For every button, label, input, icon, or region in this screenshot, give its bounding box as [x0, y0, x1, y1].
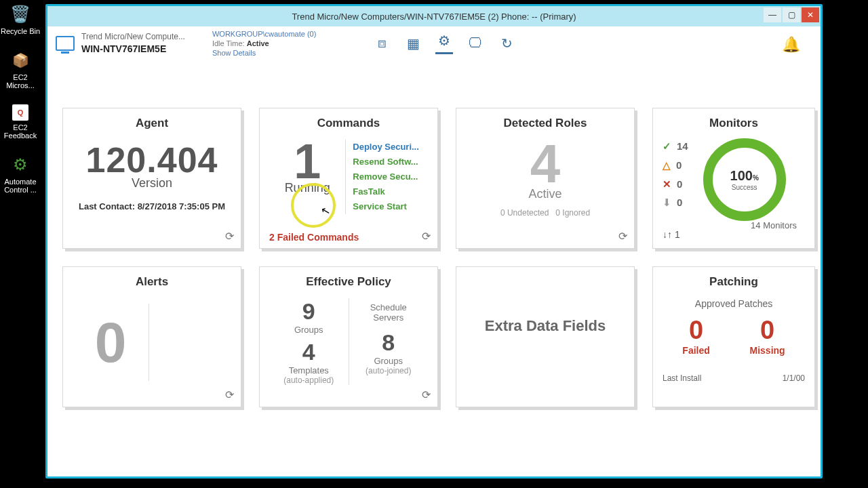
commands-running-count: 1 [269, 140, 345, 184]
card-effective-policy[interactable]: Effective Policy 9 Groups 4 Templates (a… [259, 266, 438, 407]
toolbar: ⧈ ▦ ⚙ 🖵 ↻ [373, 32, 515, 54]
minimize-button[interactable]: — [764, 7, 781, 22]
desktop-icon-ec2-micros[interactable]: 📦 EC2 Micros... [0, 50, 41, 89]
bell-icon[interactable]: 🔔 [782, 36, 800, 54]
last-install-label: Last Install [663, 373, 701, 383]
breadcrumb[interactable]: Trend Micro/New Compute... [81, 32, 185, 43]
show-details-link[interactable]: Show Details [212, 49, 256, 57]
refresh-icon[interactable]: ⟳ [225, 388, 234, 401]
extra-data-label: Extra Data Fields [466, 275, 625, 377]
qr-icon[interactable]: ⧈ [373, 35, 391, 52]
monitors-donut: 100% Success [703, 138, 786, 221]
desktop-icon-recycle[interactable]: 🗑️ Recycle Bin [0, 4, 41, 35]
app-window: Trend Micro/New Computers/WIN-NTV767IEM5… [45, 4, 823, 479]
close-button[interactable]: ✕ [802, 7, 819, 22]
last-install-value: 1/1/00 [783, 373, 805, 383]
gear-icon: ⚙ [10, 155, 31, 175]
command-item[interactable]: Resend Softw... [353, 155, 428, 169]
card-alerts[interactable]: Alerts 0 ⟳ [62, 266, 241, 407]
refresh-icon[interactable]: ⟳ [618, 230, 627, 243]
monitors-footer: 14 Monitors [751, 220, 797, 230]
card-title: Patching [663, 275, 805, 289]
card-title: Effective Policy [269, 275, 428, 289]
card-commands[interactable]: Commands 1 Running ↖ Deploy Securi... Re… [259, 108, 438, 249]
roles-count: 4 [466, 140, 625, 188]
commands-list: Deploy Securi... Resend Softw... Remove … [345, 140, 428, 214]
refresh-icon[interactable]: ⟳ [422, 388, 431, 401]
computer-icon [56, 36, 75, 51]
patching-missing-count: 0 [750, 316, 785, 345]
agent-last-contact: Last Contact: 8/27/2018 7:35:05 PM [73, 201, 231, 211]
sort-icon[interactable]: ↓↑ 1 [663, 229, 680, 240]
commands-failed[interactable]: 2 Failed Commands [269, 232, 359, 243]
command-item[interactable]: Service Start [353, 199, 428, 214]
agent-version: 120.404 [73, 140, 231, 180]
monitor-icon[interactable]: 🖵 [467, 35, 484, 52]
settings-gear-icon[interactable]: ⚙ [435, 32, 453, 54]
highlight-ring [291, 183, 336, 228]
command-item[interactable]: Deploy Securi... [353, 140, 428, 155]
grid-icon[interactable]: ▦ [404, 35, 422, 52]
redo-icon[interactable]: ↻ [498, 35, 515, 52]
refresh-icon[interactable]: ⟳ [422, 230, 431, 243]
desktop-icon-ec2-feedback[interactable]: Q EC2 Feedback [0, 104, 41, 140]
package-icon: 📦 [10, 50, 31, 70]
card-title: Commands [269, 117, 428, 130]
titlebar[interactable]: Trend Micro/New Computers/WIN-NTV767IEM5… [47, 6, 821, 26]
command-item[interactable]: Remove Secu... [353, 169, 428, 184]
command-item[interactable]: FasTalk [353, 184, 428, 199]
down-icon: ⬇ [663, 193, 671, 212]
warn-icon: △ [663, 156, 671, 175]
card-monitors[interactable]: Monitors ✓14 △0 ✕0 ⬇0 100% Success 14 Mo… [652, 108, 815, 249]
card-agent[interactable]: Agent 120.404 Version Last Contact: 8/27… [62, 108, 241, 249]
refresh-icon[interactable]: ⟳ [225, 230, 234, 243]
header: Trend Micro/New Compute... WIN-NTV767IEM… [47, 26, 821, 61]
card-title: Detected Roles [466, 117, 625, 130]
window-title: Trend Micro/New Computers/WIN-NTV767IEM5… [292, 12, 576, 22]
card-patching[interactable]: Patching Approved Patches 0 Failed 0 Mis… [652, 266, 815, 407]
feedback-icon: Q [12, 104, 28, 121]
maximize-button[interactable]: ▢ [783, 7, 800, 22]
check-icon: ✓ [663, 137, 671, 156]
card-title: Monitors [663, 117, 805, 130]
alerts-count: 0 [73, 298, 149, 386]
desktop-icon-automate[interactable]: ⚙ Automate Control ... [0, 155, 41, 194]
card-title: Agent [73, 117, 231, 130]
patching-failed-count: 0 [682, 316, 709, 345]
hostname: WIN-NTV767IEM5E [81, 43, 185, 55]
card-title: Alerts [73, 275, 231, 289]
workgroup-label: WORKGROUP\cwautomate (0) [212, 29, 316, 39]
error-icon: ✕ [663, 175, 671, 194]
card-extra-data[interactable]: Extra Data Fields [456, 266, 635, 407]
trash-icon: 🗑️ [10, 4, 31, 24]
card-detected-roles[interactable]: Detected Roles 4 Active 0 Undetected 0 I… [456, 108, 635, 249]
